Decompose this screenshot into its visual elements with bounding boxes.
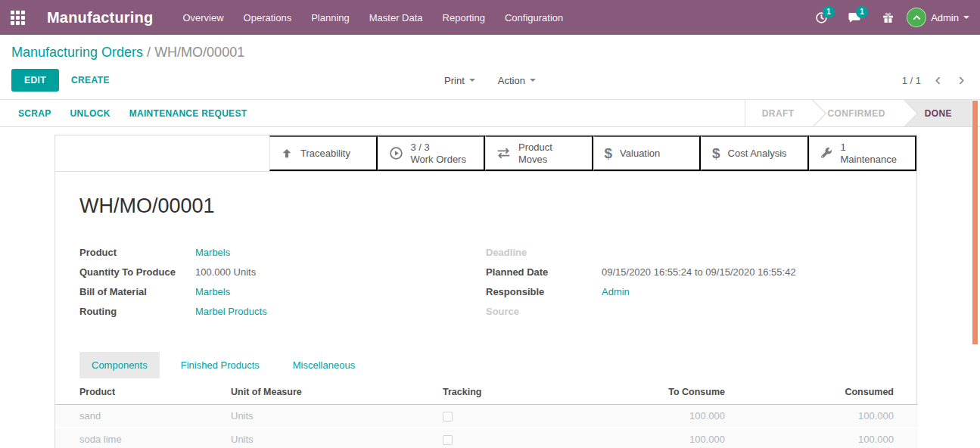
edit-button[interactable]: EDIT [11, 69, 59, 92]
field-product: Product Marbels [79, 247, 486, 258]
responsible-link[interactable]: Admin [602, 286, 630, 297]
cell-product[interactable]: sand [55, 405, 231, 428]
cell-consumed: 100.000 [725, 405, 918, 428]
action-dropdown[interactable]: Action [498, 75, 536, 86]
user-menu[interactable]: Admin [907, 8, 972, 27]
record-sheet: Traceability 3 / 3 Work Orders Product M… [54, 135, 917, 448]
cell-product[interactable]: soda lime [55, 428, 231, 448]
field-deadline: Deadline [486, 247, 892, 258]
print-label: Print [444, 75, 465, 86]
left-field-group: Product Marbels Quantity To Produce 100.… [79, 247, 486, 325]
chevron-right-icon [957, 76, 966, 86]
routing-link[interactable]: Marbel Products [195, 306, 267, 317]
nav-item-overview[interactable]: Overview [173, 0, 233, 35]
col-header-product[interactable]: Product [55, 381, 231, 405]
dollar-icon: $ [712, 145, 720, 162]
table-header-row: Product Unit of Measure Tracking To Cons… [55, 381, 918, 405]
work-orders-button[interactable]: 3 / 3 Work Orders [378, 135, 486, 171]
dollar-icon: $ [605, 145, 613, 162]
field-responsible: Responsible Admin [486, 286, 892, 297]
col-header-tracking[interactable]: Tracking [443, 381, 556, 405]
field-label: Planned Date [486, 266, 602, 278]
state-done[interactable]: DONE [902, 100, 972, 126]
field-label: Responsible [486, 286, 602, 297]
stat-label: Cost Analysis [728, 148, 787, 160]
field-planned-date: Planned Date 09/15/2020 16:55:24 to 09/1… [486, 266, 892, 278]
tab-components[interactable]: Components [79, 352, 160, 378]
state-pipeline: DRAFT CONFIRMED DONE [745, 100, 972, 126]
breadcrumb-separator: / [147, 45, 151, 60]
nav-item-reporting[interactable]: Reporting [433, 0, 495, 35]
table-row[interactable]: sand Units 100.000 100.000 [55, 405, 918, 428]
unlock-button[interactable]: UNLOCK [70, 108, 110, 119]
chevron-down-icon [963, 16, 969, 19]
nav-item-planning[interactable]: Planning [301, 0, 359, 35]
stat-label: Valuation [620, 148, 660, 160]
cell-to-consume: 100.000 [556, 405, 725, 428]
grid-icon [11, 11, 25, 25]
valuation-button[interactable]: $ Valuation [593, 135, 702, 171]
breadcrumb-parent-link[interactable]: Manufacturing Orders [11, 45, 143, 60]
control-panel: EDIT CREATE Print Action 1 / 1 [0, 64, 980, 99]
cell-uom: Units [231, 405, 443, 428]
stat-count: 1 [841, 142, 897, 154]
nav-item-operations[interactable]: Operations [234, 0, 302, 35]
tab-finished-products[interactable]: Finished Products [169, 352, 272, 378]
action-label: Action [498, 75, 525, 86]
statusbar: SCRAP UNLOCK MAINTENANCE REQUEST DRAFT C… [0, 99, 980, 127]
planned-date-value: 09/15/2020 16:55:24 to 09/15/2020 16:55:… [602, 266, 796, 278]
bom-link[interactable]: Marbels [195, 286, 230, 297]
stat-button-box: Traceability 3 / 3 Work Orders Product M… [55, 135, 916, 172]
product-moves-button[interactable]: Product Moves [485, 135, 593, 171]
traceability-button[interactable]: Traceability [269, 135, 378, 171]
breadcrumb-current: WH/MO/00001 [154, 45, 244, 60]
maintenance-button[interactable]: 1 Maintenance [809, 135, 917, 171]
gift-icon-button[interactable] [873, 0, 902, 35]
activity-badge: 1 [823, 6, 835, 18]
pager-next-button[interactable] [955, 74, 968, 87]
product-link[interactable]: Marbels [195, 247, 230, 258]
nav-item-master-data[interactable]: Master Data [359, 0, 433, 35]
cell-uom: Units [231, 428, 443, 448]
activities-clock-icon[interactable]: 1 [807, 0, 835, 35]
col-header-consumed[interactable]: Consumed [725, 381, 918, 405]
components-table: Product Unit of Measure Tracking To Cons… [55, 381, 918, 448]
create-button[interactable]: CREATE [59, 69, 122, 92]
field-label: Product [79, 247, 195, 258]
stat-label: Traceability [300, 148, 350, 160]
field-label: Source [486, 306, 602, 317]
nav-item-configuration[interactable]: Configuration [495, 0, 573, 35]
print-dropdown[interactable]: Print [444, 75, 475, 86]
wrench-icon [820, 147, 833, 160]
play-circle-icon [389, 146, 403, 160]
app-title[interactable]: Manufacturing [47, 9, 153, 26]
stat-label: Product Moves [518, 142, 581, 165]
table-row[interactable]: soda lime Units 100.000 100.000 [55, 428, 918, 448]
field-label: Routing [79, 306, 195, 317]
field-quantity-to-produce: Quantity To Produce 100.000 Units [79, 266, 486, 278]
col-header-to-consume[interactable]: To Consume [556, 381, 725, 405]
messages-icon[interactable]: 1 [840, 0, 869, 35]
form-view: Traceability 3 / 3 Work Orders Product M… [0, 127, 980, 448]
tab-miscellaneous[interactable]: Miscellaneous [281, 352, 367, 378]
scrap-button[interactable]: SCRAP [18, 108, 51, 119]
field-label: Quantity To Produce [79, 266, 195, 278]
field-bill-of-material: Bill of Material Marbels [79, 286, 486, 297]
field-label: Bill of Material [79, 286, 195, 297]
chevron-down-icon [530, 79, 536, 82]
col-header-uom[interactable]: Unit of Measure [231, 381, 443, 405]
avatar [907, 8, 926, 27]
pager-previous-button[interactable] [932, 74, 944, 87]
tracking-checkbox [443, 412, 453, 422]
gift-icon [882, 11, 894, 24]
top-navbar: Manufacturing Overview Operations Planni… [0, 0, 980, 35]
chevron-up-icon [912, 13, 922, 23]
maintenance-request-button[interactable]: MAINTENANCE REQUEST [129, 108, 247, 119]
cost-analysis-button[interactable]: $ Cost Analysis [701, 135, 809, 171]
user-name: Admin [931, 12, 959, 23]
stat-count: 3 / 3 [411, 142, 466, 154]
apps-menu-icon[interactable] [0, 0, 35, 35]
scrollbar-thumb[interactable] [972, 101, 978, 344]
notebook-tabs: Components Finished Products Miscellaneo… [55, 352, 916, 378]
message-badge: 1 [856, 6, 868, 18]
